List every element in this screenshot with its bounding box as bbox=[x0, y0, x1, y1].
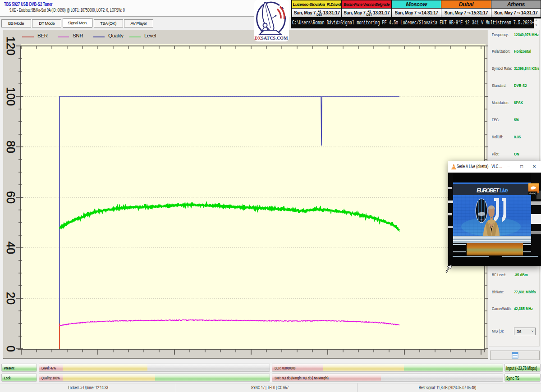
svg-text:1907: 1907 bbox=[480, 219, 484, 221]
svg-text:EUROBET: EUROBET bbox=[477, 187, 500, 194]
svg-text:diretta |: diretta | bbox=[529, 192, 536, 195]
svg-text:40: 40 bbox=[5, 242, 17, 254]
svg-text:0: 0 bbox=[5, 346, 17, 352]
svg-text:120: 120 bbox=[5, 36, 17, 55]
svg-text:60: 60 bbox=[5, 191, 17, 204]
svg-text:DXSATCS.COM: DXSATCS.COM bbox=[254, 36, 288, 41]
svg-text:100: 100 bbox=[5, 87, 17, 106]
svg-text:20: 20 bbox=[5, 292, 17, 305]
svg-text:Live: Live bbox=[500, 187, 508, 194]
svg-text:80: 80 bbox=[5, 141, 17, 153]
